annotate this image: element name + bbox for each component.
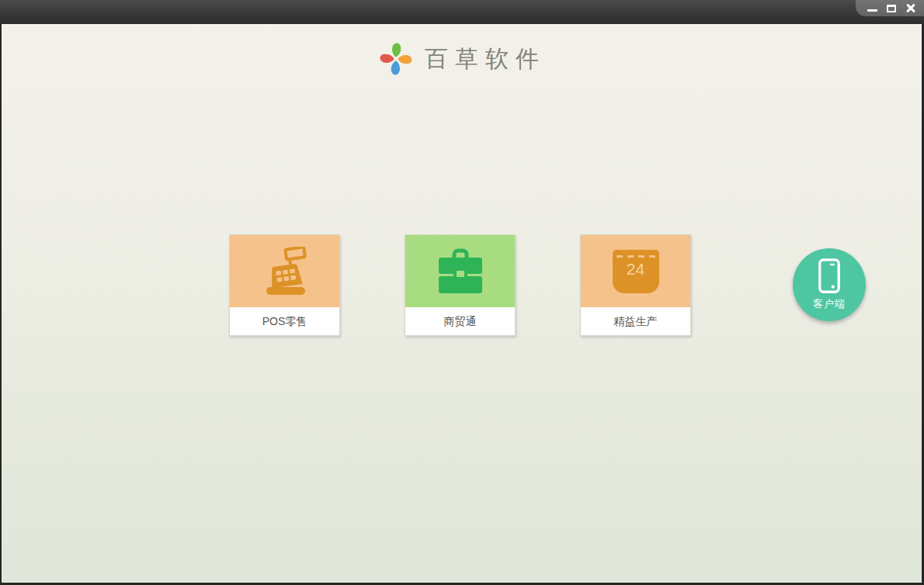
maximize-button[interactable]: [886, 3, 897, 14]
product-card-lean[interactable]: 24 精益生产: [580, 234, 691, 336]
app-header: 百草软件: [2, 41, 922, 77]
pinwheel-logo-icon: [377, 41, 415, 77]
calendar-icon: 24: [613, 250, 659, 293]
minimize-button[interactable]: [867, 3, 877, 14]
product-tile-lean: 24: [581, 235, 690, 307]
window-controls: [856, 0, 924, 16]
client-button-label: 客户端: [813, 297, 846, 311]
product-label-trade: 商贸通: [405, 307, 515, 335]
calendar-dashes: [617, 255, 655, 258]
product-card-pos[interactable]: POS零售: [229, 234, 340, 336]
product-label-lean: 精益生产: [581, 307, 690, 335]
minimize-icon: [867, 9, 877, 12]
title-bar: [0, 0, 924, 24]
main-content: 百草软件: [2, 24, 922, 583]
product-card-trade[interactable]: 商贸通: [405, 234, 516, 336]
maximize-icon: [887, 5, 896, 12]
close-icon: [905, 3, 916, 14]
calendar-day: 24: [613, 260, 659, 279]
product-tile-trade: [405, 235, 515, 307]
app-title: 百草软件: [425, 43, 546, 75]
close-button[interactable]: [905, 3, 916, 14]
product-label-pos: POS零售: [230, 307, 339, 335]
smartphone-icon: [815, 258, 844, 295]
cash-register-icon: [259, 247, 311, 296]
product-tile-pos: [230, 235, 339, 307]
briefcase-icon: [435, 248, 486, 296]
client-button[interactable]: 客户端: [793, 248, 866, 321]
app-window: 百草软件: [0, 0, 924, 585]
